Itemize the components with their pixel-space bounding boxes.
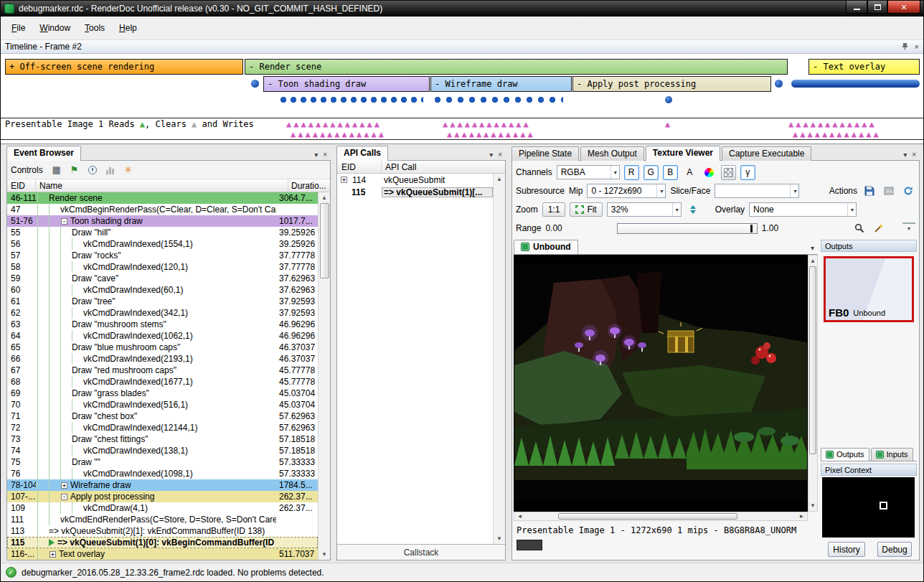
api-call-row[interactable]: 115=> vkQueueSubmit(1)[... bbox=[337, 186, 493, 198]
maximize-button[interactable] bbox=[867, 1, 887, 14]
event-row[interactable]: 60vkCmdDrawIndexed(60,1)37.62963 bbox=[7, 284, 318, 296]
event-row[interactable]: 57Draw "rocks"37.77778 bbox=[7, 250, 318, 261]
timeline-bar-postprocess[interactable]: - Apply post processing bbox=[572, 76, 771, 92]
minimize-button[interactable] bbox=[846, 1, 867, 14]
menu-help[interactable]: Help bbox=[112, 19, 144, 37]
tab-api-calls[interactable]: API Calls bbox=[336, 146, 388, 161]
scroll-down-arrow[interactable]: ▼ bbox=[319, 549, 330, 560]
alpha-channel-button[interactable]: A bbox=[682, 165, 697, 180]
panel-close-icon[interactable]: × bbox=[323, 151, 327, 159]
refresh-button[interactable] bbox=[900, 184, 915, 199]
slice-face-dropdown[interactable]: ▾ bbox=[715, 184, 799, 198]
statistics-button[interactable] bbox=[103, 163, 118, 177]
tree-expander[interactable]: + bbox=[341, 177, 347, 183]
event-row[interactable]: 68vkCmdDrawIndexed(1677,1)45.77778 bbox=[7, 376, 318, 388]
draw-marker-dot[interactable] bbox=[251, 80, 259, 88]
flip-y-button[interactable] bbox=[686, 202, 701, 217]
save-texture-button[interactable] bbox=[862, 184, 877, 199]
scroll-left-arrow[interactable]: ◄ bbox=[514, 511, 525, 522]
tab-pipeline-state[interactable]: Pipeline State bbox=[512, 146, 579, 161]
event-row[interactable]: 116-...+Text overlay511.7037 bbox=[7, 548, 318, 560]
event-row[interactable]: 67Draw "red mushroom caps"45.77778 bbox=[7, 365, 318, 376]
tab-event-browser[interactable]: Event Browser bbox=[6, 146, 81, 161]
panel-close-icon[interactable]: × bbox=[498, 151, 502, 159]
debug-button[interactable]: Debug bbox=[877, 542, 912, 557]
autofit-range-button[interactable] bbox=[871, 221, 886, 236]
overflow-menu-icon[interactable]: ▾ bbox=[902, 222, 915, 234]
panel-close-icon[interactable]: × bbox=[912, 151, 916, 159]
scroll-right-arrow[interactable]: ► bbox=[796, 511, 807, 522]
history-button[interactable]: History bbox=[828, 542, 865, 557]
red-channel-button[interactable]: R bbox=[624, 165, 639, 180]
tree-expander[interactable]: - bbox=[61, 494, 67, 500]
event-row[interactable]: 63Draw "mushroom stems"46.96296 bbox=[7, 319, 318, 330]
overlay-dropdown[interactable]: None ▾ bbox=[749, 202, 857, 217]
api-call-row[interactable]: +114vkQueueSubmit bbox=[337, 174, 493, 186]
gamma-button[interactable]: γ bbox=[740, 165, 755, 180]
blue-channel-button[interactable]: B bbox=[663, 165, 678, 180]
texture-vertical-scrollbar[interactable]: ▲ ▼ bbox=[808, 255, 818, 512]
zoom-dropdown[interactable]: 32% ▾ bbox=[607, 202, 682, 217]
timeline-close-icon[interactable]: × bbox=[915, 43, 919, 51]
scrollbar-thumb[interactable] bbox=[809, 266, 816, 454]
column-eid[interactable]: EID bbox=[337, 161, 382, 173]
menu-window[interactable]: Window bbox=[32, 19, 77, 37]
event-row[interactable]: 75Draw ""57.33333 bbox=[7, 456, 318, 468]
pin-icon[interactable] bbox=[901, 42, 909, 52]
wireframe-draw-dots[interactable] bbox=[434, 96, 563, 103]
filter-options-button[interactable]: ✳ bbox=[121, 163, 136, 177]
event-row[interactable]: 56vkCmdDrawIndexed(1554,1)39.25926 bbox=[7, 238, 318, 250]
zoom-range-button[interactable] bbox=[852, 221, 867, 236]
bookmark-button[interactable]: ⚑ bbox=[67, 163, 82, 177]
event-row[interactable]: 58vkCmdDrawIndexed(120,1)37.77778 bbox=[7, 261, 318, 273]
tab-unbound-texture[interactable]: Unbound bbox=[514, 240, 578, 254]
text-overlay-draws-bar[interactable] bbox=[791, 80, 920, 88]
scroll-down-arrow[interactable]: ▼ bbox=[808, 500, 819, 511]
column-eid[interactable]: EID bbox=[7, 179, 36, 192]
tree-expander[interactable]: - bbox=[61, 218, 67, 225]
color-wheel-button[interactable] bbox=[702, 165, 717, 180]
fit-button[interactable]: Fit bbox=[570, 202, 602, 217]
draw-marker-dot[interactable] bbox=[665, 96, 672, 103]
event-row[interactable]: 76vkCmdDrawIndexed(1098,1)57.33333 bbox=[7, 468, 318, 479]
event-row[interactable]: 107-...-Apply post processing262.37... bbox=[7, 491, 318, 502]
column-name[interactable]: Name bbox=[36, 179, 288, 192]
panel-menu-icon[interactable]: ▾ bbox=[489, 151, 493, 159]
pixel-context-view[interactable] bbox=[822, 477, 915, 538]
event-row[interactable]: 70vkCmdDrawIndexed(516,1)45.03704 bbox=[7, 399, 318, 410]
timeline-bar-toon-shading[interactable]: - Toon shading draw bbox=[263, 76, 430, 92]
event-row[interactable]: 51-76-Toon shading draw1017.7... bbox=[7, 215, 318, 227]
timeline-bar-wireframe[interactable]: - Wireframe draw bbox=[430, 76, 572, 92]
tab-capture-executable[interactable]: Capture Executable bbox=[722, 146, 811, 161]
range-slider[interactable] bbox=[617, 223, 758, 234]
event-row[interactable]: 59Draw "cave"37.62963 bbox=[7, 273, 318, 284]
event-row[interactable]: 72vkCmdDrawIndexed(12144,1)57.62963 bbox=[7, 422, 318, 433]
event-browser-scrollbar[interactable]: ▲ ▼ bbox=[318, 192, 330, 560]
panel-menu-icon[interactable]: ▾ bbox=[903, 151, 907, 159]
draw-marker-dot[interactable] bbox=[775, 80, 783, 88]
texture-display[interactable] bbox=[514, 255, 808, 512]
tab-inputs[interactable]: Inputs bbox=[871, 448, 913, 461]
panel-menu-icon[interactable]: ▾ bbox=[314, 151, 318, 159]
event-row[interactable]: 66vkCmdDrawIndexed(2193,1)46.37037 bbox=[7, 353, 318, 365]
event-row[interactable]: 69Draw "grass blades"45.03704 bbox=[7, 388, 318, 399]
scrollbar-thumb[interactable] bbox=[320, 203, 329, 278]
event-row[interactable]: 62vkCmdDrawIndexed(342,1)37.92593 bbox=[7, 307, 318, 319]
callstack-section[interactable]: Callstack bbox=[337, 544, 505, 560]
tab-texture-viewer[interactable]: Texture Viewer bbox=[646, 146, 720, 161]
event-row[interactable]: 55Draw "hill"39.25926 bbox=[7, 227, 318, 238]
event-row[interactable]: 113=> vkQueueSubmit(2)[1]: vkEndCommandB… bbox=[7, 525, 318, 537]
framebuffer-thumbnail[interactable]: FB0 Unbound bbox=[824, 256, 914, 322]
api-calls-scrollbar[interactable]: ▲ ▼ bbox=[493, 174, 505, 544]
event-row[interactable]: 111vkCmdEndRenderPass(C=Store, D=Store, … bbox=[7, 514, 318, 525]
scroll-up-arrow[interactable]: ▲ bbox=[808, 255, 819, 266]
menu-file[interactable]: File bbox=[4, 19, 32, 37]
event-row[interactable]: 78-104+Wireframe draw1784.5... bbox=[7, 479, 318, 491]
event-row[interactable]: 74vkCmdDrawIndexed(138,1)57.18518 bbox=[7, 445, 318, 456]
scroll-up-arrow[interactable]: ▲ bbox=[319, 192, 330, 203]
range-slider-thumb[interactable] bbox=[750, 225, 753, 233]
channels-dropdown[interactable]: RGBA ▾ bbox=[557, 165, 620, 179]
select-columns-button[interactable]: ▦ bbox=[49, 163, 65, 177]
timeline-bar-offscreen[interactable]: + Off-screen scene rendering bbox=[5, 59, 243, 75]
event-row[interactable]: 64vkCmdDrawIndexed(1062,1)46.96296 bbox=[7, 330, 318, 342]
